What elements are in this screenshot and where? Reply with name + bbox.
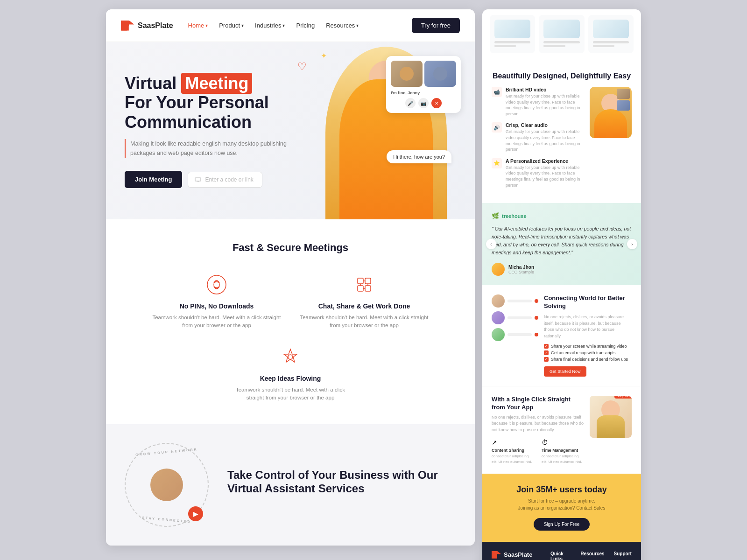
singleclick-section: With a Single Click Straight from Your A… [482,386,641,474]
hero-subtitle: Making it look like readable english man… [125,139,302,158]
logo[interactable]: SaasPlate [121,21,173,31]
nav-resources[interactable]: Resources ▾ [326,22,359,29]
cta-subtitle: Start for free – upgrade anytime.Joining… [492,497,632,511]
nav-product[interactable]: Product ▾ [219,22,244,29]
person-avatar-2 [433,67,447,81]
footer-logo-icon [492,551,501,559]
try-for-free-button[interactable]: Try for free [412,18,460,33]
beautifully-feature-1: 📹 Brilliant HD video Get ready for your … [492,87,584,117]
user-row-1 [492,294,538,308]
bft-text-2: Crisp, Clear audio Get ready for your cl… [506,122,584,152]
user-dot-2 [535,316,538,320]
svg-rect-9 [365,286,371,291]
video-controls: 🎤 📷 ✕ [391,98,456,108]
card-line-4 [543,45,565,47]
card-line-5 [593,41,629,43]
singleclick-main-image: Shop Now [590,396,632,438]
author-info: Micha Jhon CEO Stample [508,265,534,274]
footer-top: SaasPlate We are SaasPlate, get your bus… [492,551,632,560]
join-meeting-button[interactable]: Join Meeting [125,171,182,188]
bft-text-1: Brilliant HD video Get ready for your cl… [506,87,584,117]
nav-pricing[interactable]: Pricing [296,22,315,29]
beautifully-person [590,87,632,138]
bft-text-3: A Personalized Experience Get ready for … [506,158,584,188]
footer-resources: Resources Product Update Knowledge Base … [580,551,604,560]
beautifully-feature-3: ⭐ A Personalized Experience Get ready fo… [492,158,584,188]
cta-section: Join 35M+ users today Start for free – u… [482,474,641,542]
navigation: SaasPlate Home ▾ Product ▾ Industries ▾ … [106,9,475,42]
user-bar-2 [507,316,532,319]
video-thumbnails [391,61,456,87]
user-bar-1 [507,300,532,302]
feature-desc-1: Teamwork shouldn't be hard. Meet with a … [150,314,283,330]
beautifully-title: Beautifully Designed, Delightfully Easy [492,72,632,80]
hero-image: ♡ ✦ I'm fine, Jenny 🎤 [311,42,461,219]
get-started-button[interactable]: Get Started Now [544,366,586,377]
footer: SaasPlate We are SaasPlate, get your bus… [482,542,641,560]
beautifully-section: Beautifully Designed, Delightfully Easy … [482,63,641,203]
cta-title: Join 35M+ users today [492,485,632,495]
beautifully-feature-2: 🔊 Crisp, Clear audio Get ready for your … [492,122,584,152]
user-row-3 [492,328,538,341]
feature-item-1: No PINs, No Downloads Teamwork shouldn't… [150,273,283,330]
user-dot-3 [535,333,538,336]
video-grid-mini [617,89,630,111]
card-image-2 [543,20,579,38]
feature-name-3: Keep Ideas Flowing [230,375,351,382]
testimonial-next-button[interactable]: › [627,239,637,249]
chat-message: I'm fine, Jenny [391,91,456,95]
beautifully-image [590,87,632,138]
network-center [150,469,183,501]
nav-home[interactable]: Home ▾ [188,22,208,29]
network-label-bottom: STAY CONNECTED [142,516,191,523]
monitor-icon [195,177,201,182]
video-btn-1[interactable]: 🎤 [405,98,416,108]
mini-vid-2 [617,100,630,111]
nav-resources-arrow: ▾ [356,23,359,28]
network-circle: ▶ GROW YOUR NETWORK STAY CONNECTED [125,443,209,527]
footer-brand: SaasPlate We are SaasPlate, get your bus… [492,551,541,560]
check-item-3: ✓ Share final decisions and send follow … [544,357,632,362]
network-person [150,469,183,501]
sc-person-body [597,415,625,438]
video-thumb-main [391,61,423,87]
feature-name-2: Chat, Share & Get Work Done [298,302,430,310]
sc-feature-2: ⏱ Time Management consectetur adipiscing… [542,439,584,464]
video-btn-2[interactable]: 📷 [418,98,429,108]
signup-button[interactable]: Sign Up For Free [534,518,590,531]
video-btn-end[interactable]: ✕ [431,98,442,108]
feature-icon-2 [352,273,376,297]
preview-card-2 [539,15,584,53]
author-role: CEO Stample [508,270,534,274]
svg-point-14 [288,355,293,359]
top-preview-cards [482,9,641,63]
nav-home-arrow: ▾ [205,23,208,28]
card-line-6 [593,45,614,47]
singleclick-features: ↗ Content Sharing consectetur adipiscing… [492,439,584,464]
card-line-1 [494,41,530,43]
hero-highlight: Meeting [181,73,252,94]
check-icon-3: ✓ [544,357,549,362]
person-avatar-1 [400,67,414,81]
svg-rect-6 [358,278,363,284]
connecting-section: Connecting World for Better Solving No o… [482,285,641,386]
svg-point-4 [207,275,226,294]
bottom-section: ▶ GROW YOUR NETWORK STAY CONNECTED Take … [106,424,475,546]
features-title: Fast & Secure Meetings [125,242,456,254]
feature-desc-2: Teamwork shouldn't be hard. Meet with a … [298,314,430,330]
beautifully-content: 📹 Brilliant HD video Get ready for your … [492,87,632,194]
feature-desc-3: Teamwork shouldn't be hard. Meet with a … [230,386,351,402]
testimonial-prev-button[interactable]: ‹ [486,239,496,249]
connecting-title: Connecting World for Better Solving [544,294,632,310]
card-line-3 [543,41,579,43]
singleclick-text: With a Single Click Straight from Your A… [492,396,584,464]
nav-industries-arrow: ▾ [282,23,285,28]
network-play-button[interactable]: ▶ [188,506,203,521]
feature-item-2: Chat, Share & Get Work Done Teamwork sho… [298,273,430,330]
footer-support: Support Sign In Sign Up Careers Partners… [614,551,636,560]
nav-industries[interactable]: Industries ▾ [255,22,285,29]
testimonial-text: " Our AI-enabled features let you focus … [492,225,632,256]
shop-now-badge: Shop Now [614,396,632,399]
code-input[interactable]: Enter a code or link [188,172,262,188]
feature-name-1: No PINs, No Downloads [150,302,283,310]
